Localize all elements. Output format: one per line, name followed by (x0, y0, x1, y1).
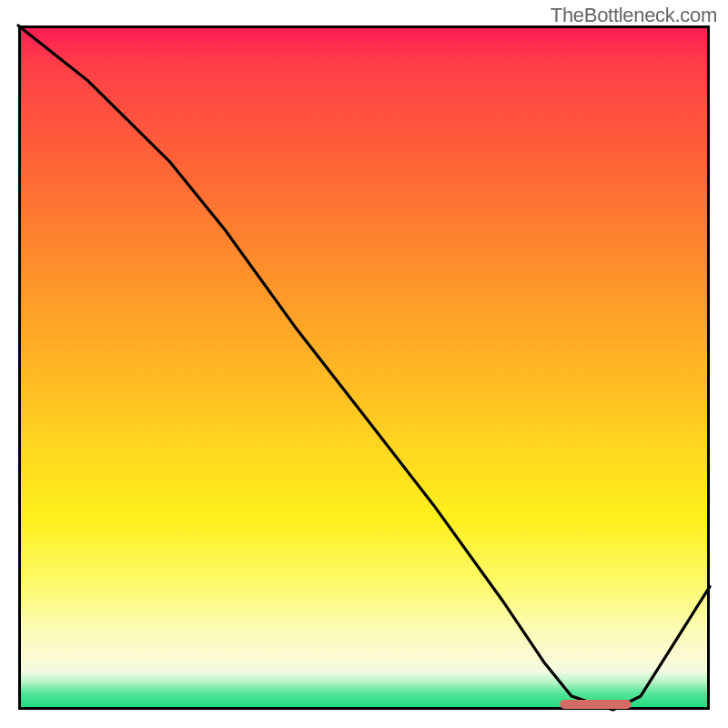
plot-area (18, 25, 710, 710)
bottleneck-curve (18, 25, 710, 710)
plot-frame (20, 27, 709, 709)
chart-overlay-svg (18, 25, 710, 710)
chart-container: TheBottleneck.com (0, 0, 728, 728)
watermark-text: TheBottleneck.com (551, 4, 717, 27)
